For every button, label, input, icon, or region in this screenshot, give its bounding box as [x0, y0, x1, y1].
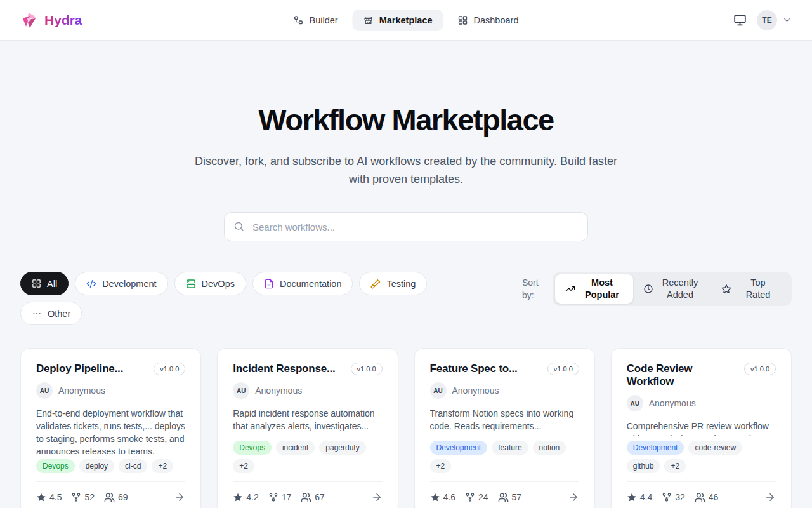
- author-avatar: AU: [36, 382, 53, 399]
- workflow-card-grid: Deploy Pipeline... v1.0.0 AU Anonymous E…: [20, 348, 792, 508]
- workflow-description: Rapid incident response automation that …: [233, 407, 382, 436]
- forks-stat: 52: [71, 492, 95, 502]
- avatar: TE: [757, 10, 777, 30]
- display-mode-button[interactable]: [733, 13, 747, 27]
- arrow-right-icon: [371, 491, 383, 503]
- filter-label: All: [47, 279, 57, 289]
- sort-option-top-rated[interactable]: Top Rated: [711, 274, 789, 304]
- filter-chip-other[interactable]: Other: [20, 302, 82, 325]
- tag-list: Devops incident pagerduty +2: [233, 441, 382, 473]
- forks-stat: 17: [268, 492, 292, 502]
- nav-item-dashboard[interactable]: Dashboard: [447, 10, 530, 31]
- nav-label: Marketplace: [379, 15, 433, 25]
- rating-stat: 4.6: [430, 492, 455, 502]
- tag-more: +2: [152, 459, 173, 473]
- filter-label: Development: [102, 279, 156, 289]
- rating-stat: 4.5: [36, 492, 62, 502]
- sort-option-label: Top Rated: [737, 277, 779, 301]
- workflow-card[interactable]: Deploy Pipeline... v1.0.0 AU Anonymous E…: [20, 348, 201, 508]
- git-fork-icon: [662, 492, 672, 502]
- rating-stat: 4.4: [627, 492, 652, 502]
- filter-chip-testing[interactable]: Testing: [359, 272, 427, 295]
- store-icon: [363, 15, 374, 25]
- sort-option-most-popular[interactable]: Most Popular: [555, 274, 633, 304]
- search-icon: [233, 221, 244, 232]
- page-subtitle: Discover, fork, and subscribe to AI work…: [187, 152, 625, 188]
- filter-chip-documentation[interactable]: Documentation: [252, 272, 353, 295]
- sort-segmented-control: Most Popular Recently Added Top Rated: [553, 272, 792, 306]
- workflow-card[interactable]: Incident Response... v1.0.0 AU Anonymous…: [217, 348, 398, 508]
- filter-chip-development[interactable]: Development: [75, 272, 167, 295]
- tag: feature: [492, 441, 528, 455]
- version-badge: v1.0.0: [351, 363, 383, 375]
- arrow-right-icon: [174, 491, 185, 503]
- tag: pagerduty: [319, 441, 365, 455]
- author-name: Anonymous: [649, 398, 696, 408]
- workflow-icon: [294, 15, 304, 25]
- brand-name: Hydra: [44, 13, 82, 28]
- users-stat: 46: [695, 492, 719, 503]
- file-text-icon: [264, 279, 274, 289]
- star-icon: [36, 492, 46, 502]
- sort-option-recently-added[interactable]: Recently Added: [633, 274, 711, 304]
- git-fork-icon: [268, 492, 278, 502]
- filter-chip-devops[interactable]: DevOps: [174, 272, 246, 295]
- version-badge: v1.0.0: [547, 363, 579, 375]
- arrow-right-icon: [764, 491, 776, 503]
- version-badge: v1.0.0: [154, 363, 185, 375]
- category-filters: All Development DevOps: [20, 272, 452, 325]
- monitor-icon: [733, 13, 747, 27]
- star-icon: [430, 492, 440, 502]
- author-name: Anonymous: [58, 385, 105, 396]
- workflow-title: Incident Response...: [233, 363, 335, 375]
- nav-right: TE: [733, 10, 792, 30]
- filter-label: Testing: [386, 279, 416, 289]
- tag-list: Devops deploy ci-cd +2: [36, 459, 185, 473]
- sort-control: Sort by: Most Popular Recently Added: [522, 272, 792, 306]
- filter-label: DevOps: [202, 279, 235, 289]
- star-icon: [627, 492, 637, 502]
- nav-item-marketplace[interactable]: Marketplace: [353, 10, 443, 31]
- trending-up-icon: [565, 284, 575, 294]
- hero: Workflow Marketplace Discover, fork, and…: [0, 41, 812, 241]
- tag: ci-cd: [119, 459, 147, 473]
- workflow-description: End-to-end deployment workflow that vali…: [36, 407, 185, 454]
- page-title: Workflow Marketplace: [0, 102, 812, 137]
- hydra-logo-icon: [20, 11, 38, 29]
- open-workflow-button[interactable]: [568, 491, 579, 503]
- author-avatar: AU: [233, 382, 249, 399]
- users-stat: 57: [498, 492, 522, 503]
- tag: Development: [430, 441, 488, 455]
- workflow-card[interactable]: Feature Spec to... v1.0.0 AU Anonymous T…: [414, 348, 595, 508]
- workflow-card[interactable]: Code Review Workflow v1.0.0 AU Anonymous…: [611, 348, 792, 508]
- users-icon: [498, 492, 509, 503]
- open-workflow-button[interactable]: [764, 491, 776, 503]
- workflow-description: Comprehensive PR review workflow with AI…: [627, 420, 776, 436]
- forks-stat: 24: [465, 492, 488, 502]
- tag-list: Development feature notion +2: [430, 441, 579, 473]
- forks-stat: 32: [662, 492, 685, 502]
- git-fork-icon: [465, 492, 475, 502]
- filter-label: Other: [48, 309, 70, 319]
- filters-and-sort: All Development DevOps: [0, 272, 812, 325]
- workflow-title: Deploy Pipeline...: [36, 363, 123, 375]
- code-icon: [86, 279, 96, 289]
- users-icon: [695, 492, 705, 503]
- nav-item-builder[interactable]: Builder: [283, 10, 349, 31]
- filter-chip-all[interactable]: All: [20, 272, 69, 295]
- workflow-description: Transform Notion specs into working code…: [430, 407, 579, 436]
- nav-label: Builder: [310, 15, 338, 25]
- star-icon: [233, 492, 243, 502]
- author-avatar: AU: [627, 395, 643, 411]
- search-bar: [224, 212, 588, 241]
- user-menu[interactable]: TE: [757, 10, 792, 30]
- grid-icon: [32, 279, 41, 288]
- open-workflow-button[interactable]: [371, 491, 383, 503]
- author-name: Anonymous: [255, 385, 302, 396]
- brand[interactable]: Hydra: [20, 11, 82, 29]
- version-badge: v1.0.0: [744, 363, 776, 375]
- ellipsis-icon: [32, 309, 42, 319]
- open-workflow-button[interactable]: [174, 491, 185, 503]
- rating-stat: 4.2: [233, 492, 258, 502]
- search-input[interactable]: [224, 212, 588, 241]
